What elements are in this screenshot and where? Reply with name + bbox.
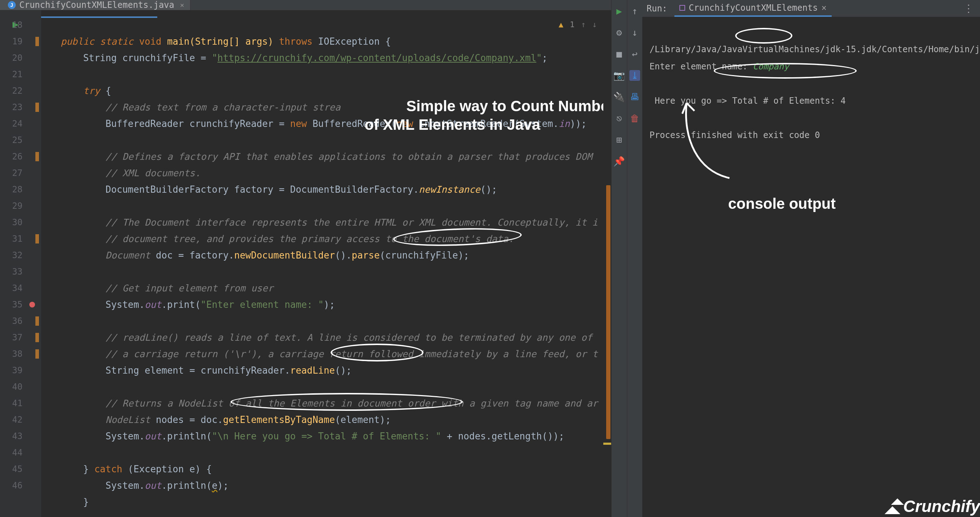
annotation-label: console output — [728, 195, 835, 212]
stop-icon[interactable]: ■ — [614, 49, 624, 59]
line-number: 22 — [0, 83, 41, 99]
line-number: 23 — [0, 99, 41, 115]
line-number: 45 — [0, 461, 41, 477]
prev-highlight-icon[interactable]: ↑ — [581, 20, 586, 29]
close-icon[interactable]: × — [821, 3, 826, 13]
line-number: 20 — [0, 50, 41, 66]
run-header: Run: CrunchifyCountXMLElements × ⋮ — [642, 0, 980, 17]
console-user-input: Company — [753, 62, 789, 72]
line-number: 41 — [0, 395, 41, 412]
exit-icon[interactable]: ⎋ — [614, 113, 624, 124]
run-label: Run: — [646, 3, 667, 14]
run-pane: Run: CrunchifyCountXMLElements × ⋮ /Libr… — [642, 0, 980, 517]
line-number: 31 — [0, 231, 41, 247]
inspection-summary[interactable]: ▲ 1 ↑ ↓ — [558, 20, 597, 29]
clear-icon[interactable]: 🗑 — [629, 113, 640, 124]
line-number: 37 — [0, 329, 41, 346]
down-icon[interactable]: ↓ — [629, 27, 640, 38]
code-body[interactable]: public static void main(String[] args) t… — [41, 10, 611, 517]
gutter: ▶ 18 19 20 21 22 23 24 25 26 27 28 29 30… — [0, 10, 41, 517]
crunchify-logo: Crunchify — [885, 498, 980, 515]
annotation-arrow — [669, 96, 747, 182]
tab-file-name: CrunchifyCountXMLElements.java — [19, 0, 174, 10]
console-output[interactable]: /Library/Java/JavaVirtualMachines/jdk-15… — [642, 17, 980, 517]
scroll-end-icon[interactable]: ⤓ — [629, 70, 640, 81]
line-number: 30 — [0, 214, 41, 231]
line-number: 40 — [0, 379, 41, 395]
line-number: 42 — [0, 412, 41, 428]
run-config-name: CrunchifyCountXMLElements — [689, 3, 818, 13]
scroll-marker — [603, 443, 611, 445]
warning-icon: ▲ — [558, 20, 563, 29]
dump-icon[interactable]: 📷 — [614, 70, 624, 81]
plug-icon[interactable]: 🔌 — [614, 91, 624, 102]
layout-icon[interactable]: ⊞ — [614, 134, 624, 145]
editor-tab[interactable]: J CrunchifyCountXMLElements.java × — [0, 0, 191, 10]
line-number: 35 — [0, 297, 41, 313]
console-line: /Library/Java/JavaVirtualMachines/jdk-15… — [649, 44, 980, 54]
code-area: ▶ 18 19 20 21 22 23 24 25 26 27 28 29 30… — [0, 10, 611, 517]
annotation-title: Simple way to Count Numberof XML Element… — [364, 78, 611, 153]
line-number: 19 — [0, 33, 41, 50]
line-number: 46 — [0, 477, 41, 494]
soft-wrap-icon[interactable]: ↩ — [629, 49, 640, 59]
rerun-icon[interactable]: ▶ — [614, 6, 624, 16]
breakpoint-icon[interactable] — [29, 302, 35, 308]
run-config-icon — [679, 5, 685, 11]
java-file-icon: J — [8, 1, 16, 9]
editor-scrollbar[interactable] — [603, 17, 611, 517]
run-config-tab[interactable]: CrunchifyCountXMLElements × — [675, 0, 832, 17]
line-number: 18 — [0, 17, 41, 33]
line-number: 32 — [0, 247, 41, 263]
run-toolbar-left: ▶ ⚙ ■ 📷 🔌 ⎋ ⊞ 📌 — [611, 0, 627, 517]
line-number: 36 — [0, 313, 41, 329]
line-number: 29 — [0, 198, 41, 214]
print-icon[interactable]: 🖶 — [629, 91, 640, 102]
line-number: 33 — [0, 263, 41, 280]
up-icon[interactable]: ↑ — [629, 6, 640, 16]
annotation-circle — [735, 28, 792, 44]
line-number: 44 — [0, 444, 41, 461]
pin-icon[interactable]: 📌 — [614, 156, 624, 167]
scroll-thumb[interactable] — [606, 185, 611, 439]
logo-text: Crunchify — [903, 498, 980, 515]
warning-count: 1 — [570, 20, 574, 29]
editor-tab-bar: J CrunchifyCountXMLElements.java × — [0, 0, 611, 10]
line-number: 27 — [0, 165, 41, 181]
line-number: 21 — [0, 66, 41, 83]
settings-icon[interactable]: ⚙ — [614, 27, 624, 38]
close-icon[interactable]: × — [180, 1, 184, 9]
next-highlight-icon[interactable]: ↓ — [592, 20, 597, 29]
editor-pane: J CrunchifyCountXMLElements.java × ▶ 18 … — [0, 0, 611, 517]
line-number: 24 — [0, 115, 41, 132]
run-toolbar-right: ↑ ↓ ↩ ⤓ 🖶 🗑 — [627, 0, 643, 517]
line-number: 26 — [0, 148, 41, 165]
line-number: 39 — [0, 362, 41, 379]
line-number: 34 — [0, 280, 41, 297]
line-number: 43 — [0, 428, 41, 444]
line-number: 38 — [0, 346, 41, 362]
line-number: 28 — [0, 181, 41, 198]
line-number: 25 — [0, 132, 41, 148]
more-icon[interactable]: ⋮ — [964, 3, 974, 14]
console-line: Enter element name: — [649, 62, 753, 72]
logo-icon — [885, 498, 902, 514]
